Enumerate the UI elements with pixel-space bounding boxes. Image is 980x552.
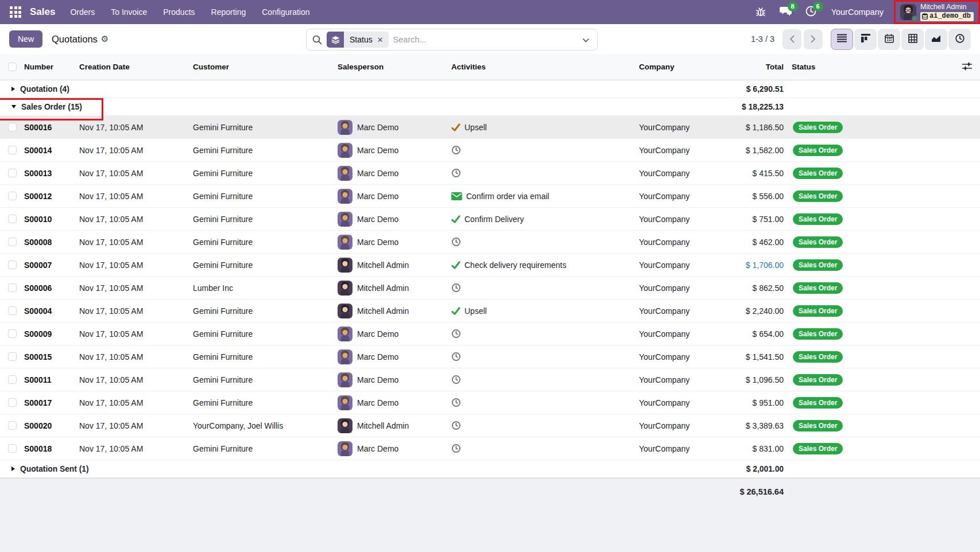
cell-activities[interactable] bbox=[450, 375, 638, 384]
facet-close-icon[interactable]: ✕ bbox=[376, 32, 389, 48]
row-checkbox[interactable] bbox=[8, 146, 17, 154]
table-row-s00007[interactable]: S00007Nov 17, 10:05 AMGemini FurnitureMi… bbox=[0, 254, 980, 277]
column-header-customer[interactable]: Customer bbox=[192, 63, 336, 71]
menu-to-invoice[interactable]: To Invoice bbox=[111, 7, 147, 17]
column-header-creation-date[interactable]: Creation Date bbox=[78, 63, 192, 71]
row-checkbox[interactable] bbox=[8, 329, 17, 338]
column-header-status[interactable]: Status bbox=[788, 63, 853, 71]
pager-next-button[interactable] bbox=[804, 29, 823, 49]
row-checkbox[interactable] bbox=[8, 169, 17, 177]
view-switcher-graph[interactable] bbox=[925, 29, 947, 50]
cell-activities[interactable]: Check delivery requirements bbox=[450, 261, 638, 270]
row-checkbox[interactable] bbox=[8, 192, 17, 200]
messages-button[interactable]: 8 bbox=[780, 6, 792, 18]
select-all-checkbox[interactable] bbox=[8, 63, 17, 71]
activity-mail-icon bbox=[451, 192, 462, 200]
group-row-quotation-sent[interactable]: Quotation Sent (1)$ 2,001.00 bbox=[0, 460, 980, 478]
row-checkbox[interactable] bbox=[8, 215, 17, 223]
row-checkbox[interactable] bbox=[8, 283, 17, 292]
table-row-s00010[interactable]: S00010Nov 17, 10:05 AMGemini FurnitureMa… bbox=[0, 208, 980, 231]
table-row-s00008[interactable]: S00008Nov 17, 10:05 AMGemini FurnitureMa… bbox=[0, 231, 980, 254]
cell-status: Sales Order bbox=[788, 282, 853, 294]
table-row-s00020[interactable]: S00020Nov 17, 10:05 AMYourCompany, Joel … bbox=[0, 414, 980, 437]
table-row-s00011[interactable]: S00011Nov 17, 10:05 AMGemini FurnitureMa… bbox=[0, 368, 980, 391]
cell-activities[interactable]: Confirm order via email bbox=[450, 192, 638, 201]
column-header-salesperson[interactable]: Salesperson bbox=[336, 63, 450, 71]
search-facet-status[interactable]: Status ✕ bbox=[327, 32, 389, 48]
active-company[interactable]: YourCompany bbox=[831, 7, 884, 17]
pager-range: 1-3 / 3 bbox=[751, 34, 774, 44]
row-checkbox[interactable] bbox=[8, 398, 17, 407]
cell-customer: Gemini Furniture bbox=[192, 398, 336, 407]
apps-menu-icon[interactable] bbox=[6, 2, 25, 22]
cell-activities[interactable] bbox=[450, 398, 638, 407]
row-checkbox[interactable] bbox=[8, 261, 17, 269]
cell-activities[interactable] bbox=[450, 168, 638, 178]
row-checkbox[interactable] bbox=[8, 123, 17, 131]
cell-activities[interactable] bbox=[450, 145, 638, 155]
cell-activities[interactable]: Upsell bbox=[450, 306, 638, 316]
cell-activities[interactable] bbox=[450, 444, 638, 453]
row-checkbox[interactable] bbox=[8, 306, 17, 315]
app-name[interactable]: Sales bbox=[30, 6, 55, 18]
group-row-sales-order[interactable]: Sales Order (15)$ 18,225.13 bbox=[0, 98, 980, 116]
status-badge: Sales Order bbox=[793, 213, 843, 225]
view-switcher-list[interactable] bbox=[831, 29, 853, 50]
page-title: Quotations bbox=[52, 34, 98, 45]
cell-activities[interactable]: Confirm Delivery bbox=[450, 215, 638, 224]
new-button[interactable]: New bbox=[9, 30, 42, 48]
cell-activities[interactable] bbox=[450, 329, 638, 339]
cell-customer: Gemini Furniture bbox=[192, 352, 336, 361]
table-row-s00015[interactable]: S00015Nov 17, 10:05 AMGemini FurnitureMa… bbox=[0, 345, 980, 368]
cell-activities[interactable] bbox=[450, 237, 638, 247]
salesperson-avatar-icon bbox=[338, 120, 353, 135]
table-row-s00018[interactable]: S00018Nov 17, 10:05 AMGemini FurnitureMa… bbox=[0, 437, 980, 460]
search-input[interactable] bbox=[393, 35, 579, 44]
cell-salesperson: Marc Demo bbox=[336, 120, 450, 135]
cell-customer: Gemini Furniture bbox=[192, 215, 336, 224]
column-header-activities[interactable]: Activities bbox=[450, 63, 638, 71]
view-switcher-calendar[interactable] bbox=[878, 29, 900, 50]
table-row-s00013[interactable]: S00013Nov 17, 10:05 AMGemini FurnitureMa… bbox=[0, 162, 980, 185]
cell-salesperson: Marc Demo bbox=[336, 212, 450, 227]
cell-activities[interactable] bbox=[450, 283, 638, 293]
group-row-quotation[interactable]: Quotation (4)$ 6,290.51 bbox=[0, 80, 980, 98]
column-header-number[interactable]: Number bbox=[23, 63, 78, 71]
menu-products[interactable]: Products bbox=[163, 7, 195, 17]
facet-label: Status bbox=[344, 32, 376, 48]
menu-configuration[interactable]: Configuration bbox=[262, 7, 309, 17]
table-row-s00012[interactable]: S00012Nov 17, 10:05 AMGemini FurnitureMa… bbox=[0, 185, 980, 208]
row-checkbox[interactable] bbox=[8, 375, 17, 384]
view-switcher-activity[interactable] bbox=[948, 29, 971, 50]
table-row-s00009[interactable]: S00009Nov 17, 10:05 AMGemini FurnitureMa… bbox=[0, 322, 980, 345]
table-row-s00006[interactable]: S00006Nov 17, 10:05 AMLumber IncMitchell… bbox=[0, 277, 980, 300]
row-checkbox[interactable] bbox=[8, 444, 17, 453]
cell-activities[interactable] bbox=[450, 421, 638, 430]
menu-reporting[interactable]: Reporting bbox=[211, 7, 246, 17]
bug-button[interactable] bbox=[754, 6, 767, 18]
row-checkbox[interactable] bbox=[8, 421, 17, 430]
user-menu[interactable]: Mitchell Admin ai_demo_db bbox=[894, 0, 980, 24]
cell-activities[interactable]: Upsell bbox=[450, 123, 638, 132]
view-switcher-kanban[interactable] bbox=[854, 29, 877, 50]
cell-activities[interactable] bbox=[450, 352, 638, 361]
cell-total: $ 831.00 bbox=[737, 444, 788, 453]
activities-button[interactable]: 6 bbox=[805, 6, 818, 18]
activity-check-icon bbox=[451, 215, 460, 223]
pager-previous-button[interactable] bbox=[783, 29, 801, 49]
search-dropdown-caret-icon[interactable] bbox=[579, 33, 592, 46]
table-row-s00016[interactable]: S00016Nov 17, 10:05 AMGemini FurnitureMa… bbox=[0, 116, 980, 139]
view-switcher-pivot[interactable] bbox=[901, 29, 924, 50]
optional-columns-icon[interactable] bbox=[962, 62, 972, 72]
menu-orders[interactable]: Orders bbox=[70, 7, 95, 17]
table-row-s00004[interactable]: S00004Nov 17, 10:05 AMGemini FurnitureMi… bbox=[0, 300, 980, 322]
row-checkbox[interactable] bbox=[8, 352, 17, 361]
cell-creation-date: Nov 17, 10:05 AM bbox=[78, 169, 192, 178]
column-header-company[interactable]: Company bbox=[638, 63, 737, 71]
search-bar[interactable]: Status ✕ bbox=[306, 29, 598, 50]
table-row-s00017[interactable]: S00017Nov 17, 10:05 AMGemini FurnitureMa… bbox=[0, 391, 980, 414]
table-row-s00014[interactable]: S00014Nov 17, 10:05 AMGemini FurnitureMa… bbox=[0, 139, 980, 162]
column-header-total[interactable]: Total bbox=[737, 63, 788, 71]
gear-icon[interactable]: ⚙ bbox=[101, 34, 109, 44]
row-checkbox[interactable] bbox=[8, 238, 17, 246]
